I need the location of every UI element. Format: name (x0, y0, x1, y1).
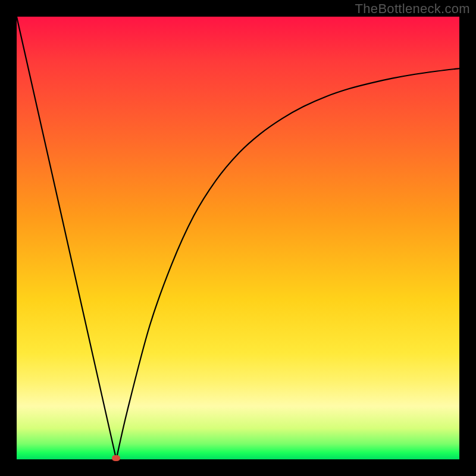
optimal-point-marker (112, 455, 120, 461)
chart-plot-area (17, 17, 459, 459)
chart-root: TheBottleneck.com (0, 0, 476, 476)
watermark-text: TheBottleneck.com (355, 1, 470, 17)
